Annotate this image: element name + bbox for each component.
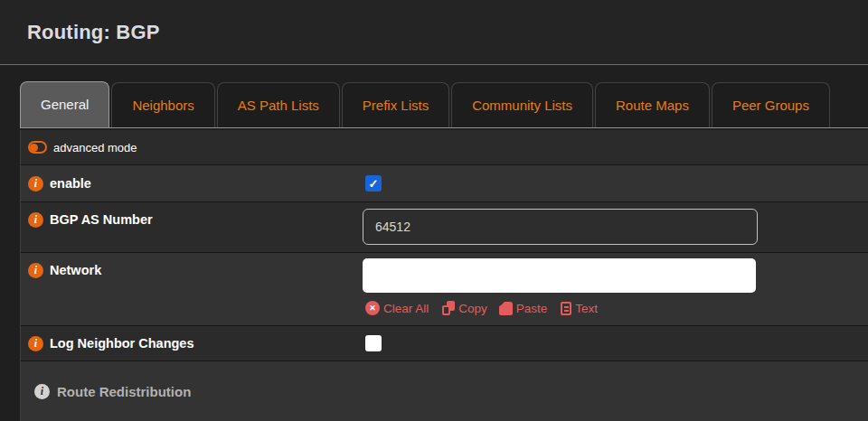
log-neighbor-changes-checkbox[interactable]: ✓	[365, 335, 382, 351]
tab-community-lists[interactable]: Community Lists	[451, 82, 593, 127]
tab-general[interactable]: General	[20, 81, 109, 127]
enable-label-cell: enable	[21, 165, 363, 201]
log-neighbor-changes-row: Log Neighbor Changes ✓	[21, 326, 868, 361]
copy-icon	[442, 301, 455, 315]
text-label: Text	[575, 302, 598, 315]
enable-row: enable ✓	[21, 165, 868, 202]
bgp-as-number-input[interactable]	[363, 209, 758, 245]
log-neighbor-changes-label: Log Neighbor Changes	[50, 336, 194, 351]
tab-strip: General Neighbors AS Path Lists Prefix L…	[20, 83, 868, 128]
route-redistribution-section: Route Redistribution	[21, 361, 868, 421]
network-label-cell: Network	[21, 253, 363, 325]
network-control-cell: Clear All Copy Paste Text	[363, 253, 868, 325]
log-neighbor-changes-label-cell: Log Neighbor Changes	[21, 326, 363, 360]
paste-button[interactable]: Paste	[501, 302, 548, 315]
enable-control-cell: ✓	[363, 165, 868, 201]
enable-label: enable	[50, 176, 91, 191]
bgp-as-number-control-cell	[363, 202, 868, 252]
advanced-mode-cell: advanced mode	[21, 130, 363, 164]
info-icon	[34, 384, 50, 399]
network-actions: Clear All Copy Paste Text	[365, 301, 868, 315]
page-header: Routing: BGP	[0, 0, 868, 65]
network-label: Network	[50, 263, 101, 277]
info-icon	[28, 176, 43, 192]
clear-all-label: Clear All	[383, 302, 429, 315]
file-text-icon	[561, 302, 571, 315]
network-input[interactable]	[363, 258, 756, 293]
bgp-settings-table: advanced mode enable ✓ BGP AS Number Net…	[20, 130, 868, 421]
tab-neighbors[interactable]: Neighbors	[111, 82, 214, 127]
tab-prefix-lists[interactable]: Prefix Lists	[342, 82, 449, 127]
checkmark-icon: ✓	[369, 178, 379, 190]
advanced-mode-label: advanced mode	[53, 141, 137, 154]
tab-peer-groups[interactable]: Peer Groups	[712, 82, 830, 127]
enable-checkbox[interactable]: ✓	[365, 175, 382, 192]
info-icon	[28, 336, 43, 351]
toggle-knob	[30, 144, 38, 152]
page-title: Routing: BGP	[27, 21, 160, 44]
copy-button[interactable]: Copy	[442, 301, 487, 315]
advanced-mode-toggle-icon[interactable]	[28, 141, 47, 154]
info-icon	[28, 263, 43, 278]
bgp-as-number-label: BGP AS Number	[50, 212, 153, 227]
paste-icon	[501, 302, 513, 315]
paste-label: Paste	[516, 302, 548, 315]
route-redistribution-label: Route Redistribution	[57, 384, 191, 399]
advanced-mode-row: advanced mode	[21, 130, 868, 165]
circle-x-icon	[365, 301, 380, 315]
tab-route-maps[interactable]: Route Maps	[595, 82, 710, 127]
log-neighbor-changes-control-cell: ✓	[363, 326, 868, 360]
network-row: Network Clear All Copy Paste	[21, 253, 868, 326]
text-button[interactable]: Text	[561, 302, 598, 315]
bgp-as-number-label-cell: BGP AS Number	[21, 202, 363, 252]
copy-label: Copy	[458, 302, 487, 315]
bgp-as-number-row: BGP AS Number	[21, 202, 868, 253]
info-icon	[28, 212, 43, 228]
clear-all-button[interactable]: Clear All	[365, 301, 429, 315]
tab-as-path-lists[interactable]: AS Path Lists	[217, 82, 340, 127]
